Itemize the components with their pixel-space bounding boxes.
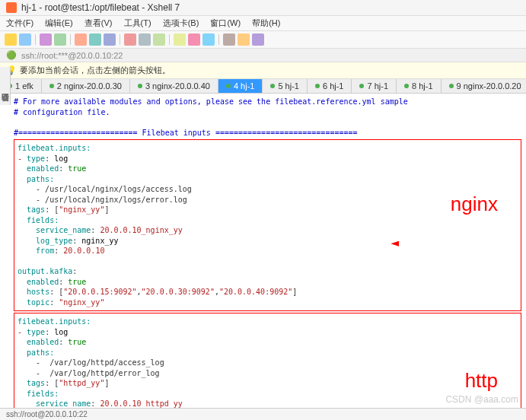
tab-nginx-20[interactable]: 9 nginx-20.0.0.20 (442, 79, 526, 93)
separator (218, 34, 219, 45)
watermark: CSDN @aaa.com (445, 394, 518, 405)
nginx-label: nginx (451, 191, 498, 218)
menu-view[interactable]: 查看(V) (84, 18, 113, 27)
menu-tools[interactable]: 工具(T) (124, 18, 151, 27)
section-header: #========================== Filebeat inp… (14, 128, 521, 138)
status-bar: ssh://root@20.0.0.10:22 (0, 408, 526, 420)
separator (35, 34, 36, 45)
nginx-config-block: nginx ◄ filebeat.inputs: - type: log ena… (14, 139, 521, 311)
address-text[interactable]: ssh://root:***@20.0.0.10:22 (21, 51, 123, 60)
status-dot (404, 84, 409, 88)
connected-icon: 🟢 (6, 50, 17, 60)
arrow-icon: ◄ (391, 234, 399, 252)
status-dot (359, 84, 364, 88)
comment-line: # configuration file. (14, 107, 521, 118)
reconnect-icon[interactable] (40, 33, 52, 46)
status-dot (270, 84, 275, 88)
window-title: hj-1 - root@test1:/opt/filebeat - Xshell… (21, 2, 180, 13)
open-icon[interactable] (19, 33, 31, 46)
menu-tabs[interactable]: 选项卡(B) (163, 18, 199, 27)
menu-edit[interactable]: 编辑(E) (45, 18, 73, 27)
paste-icon[interactable] (89, 33, 101, 46)
tab-nginx-30[interactable]: 2 nginx-20.0.0.30 (42, 79, 130, 93)
tab-hj1-7[interactable]: 7 hj-1 (352, 79, 397, 93)
separator (120, 34, 120, 45)
tab-hj1-8[interactable]: 8 hj-1 (397, 79, 442, 93)
new-session-icon[interactable] (5, 33, 17, 46)
separator (70, 34, 71, 45)
disconnect-icon[interactable] (54, 33, 66, 46)
status-dot (315, 84, 320, 88)
address-bar: 🟢 ssh://root:***@20.0.0.10:22 (0, 49, 526, 62)
tip-text: 要添加当前会话，点击左侧的箭头按钮。 (20, 65, 171, 76)
separator (169, 34, 170, 45)
toolbar (0, 31, 526, 49)
menu-file[interactable]: 文件(F) (6, 18, 33, 27)
menu-window[interactable]: 窗口(W) (210, 18, 241, 27)
tab-hj1-active[interactable]: 4 hj-1 (218, 79, 263, 93)
status-dot (49, 84, 54, 88)
copy-icon[interactable] (75, 33, 87, 46)
tab-hj1-5[interactable]: 5 hj-1 (263, 79, 308, 93)
status-dot (138, 84, 142, 88)
find-icon[interactable] (104, 33, 116, 46)
comment-line: # For more available modules and options… (14, 97, 521, 107)
tab-hj1-6[interactable]: 6 hj-1 (308, 79, 352, 93)
status-text: ssh://root@20.0.0.10:22 (6, 410, 88, 418)
menu-bar: 文件(F) 编辑(E) 查看(V) 工具(T) 选项卡(B) 窗口(W) 帮助(… (0, 16, 526, 31)
lock-icon[interactable] (237, 33, 250, 46)
font-icon[interactable] (139, 33, 151, 46)
properties-icon[interactable] (124, 33, 136, 46)
log-icon[interactable] (223, 33, 235, 46)
transfer-icon[interactable] (174, 33, 186, 46)
terminal-area[interactable]: # For more available modules and options… (0, 94, 526, 420)
window-title-bar: hj-1 - root@test1:/opt/filebeat - Xshell… (0, 0, 526, 16)
http-label: http (465, 368, 498, 394)
tip-bar: 💡 要添加当前会话，点击左侧的箭头按钮。 (0, 62, 526, 79)
app-icon (6, 2, 17, 13)
tunnel-icon[interactable] (188, 33, 200, 46)
menu-help[interactable]: 帮助(H) (252, 18, 280, 27)
status-dot (449, 84, 454, 88)
color-icon[interactable] (153, 33, 165, 46)
tab-nginx-40[interactable]: 3 nginx-20.0.0.40 (130, 79, 218, 93)
status-dot (226, 84, 231, 88)
script-icon[interactable] (202, 33, 215, 46)
fullscreen-icon[interactable] (252, 33, 264, 46)
session-tab-bar: 1 efk 2 nginx-20.0.0.30 3 nginx-20.0.0.4… (0, 79, 526, 94)
